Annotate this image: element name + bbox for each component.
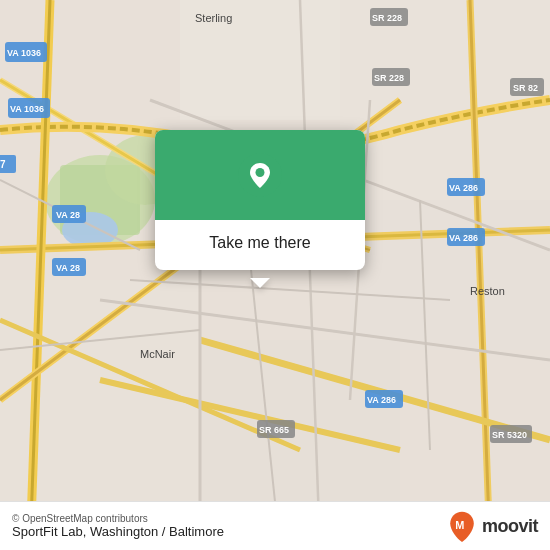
svg-text:SR 82: SR 82 (513, 83, 538, 93)
svg-text:M: M (455, 519, 464, 531)
svg-text:VA 1036: VA 1036 (7, 48, 41, 58)
svg-text:VA 286: VA 286 (449, 233, 478, 243)
map-container: VA 1036 VA 1036 SR 228 SR 228 SR 82 VA 2… (0, 0, 550, 550)
svg-text:Reston: Reston (470, 285, 505, 297)
svg-text:VA 28: VA 28 (56, 263, 80, 273)
svg-text:7: 7 (0, 159, 6, 170)
svg-text:VA 286: VA 286 (449, 183, 478, 193)
take-me-there-button[interactable]: Take me there (169, 230, 351, 256)
popup-header (155, 130, 365, 220)
map-background: VA 1036 VA 1036 SR 228 SR 228 SR 82 VA 2… (0, 0, 550, 550)
location-label: SportFit Lab, Washington / Baltimore (12, 524, 224, 539)
svg-text:VA 28: VA 28 (56, 210, 80, 220)
svg-text:SR 228: SR 228 (372, 13, 402, 23)
svg-text:SR 228: SR 228 (374, 73, 404, 83)
svg-text:VA 286: VA 286 (367, 395, 396, 405)
map-attribution: © OpenStreetMap contributors (12, 513, 224, 524)
svg-text:McNair: McNair (140, 348, 175, 360)
svg-text:SR 5320: SR 5320 (492, 430, 527, 440)
location-popup: Take me there (155, 130, 365, 270)
moovit-logo: M moovit (446, 510, 538, 542)
bottom-bar: © OpenStreetMap contributors SportFit La… (0, 501, 550, 550)
bottom-left-info: © OpenStreetMap contributors SportFit La… (12, 513, 224, 539)
moovit-wordmark: moovit (482, 516, 538, 537)
popup-button-area: Take me there (155, 220, 365, 270)
svg-rect-7 (350, 200, 550, 350)
moovit-pin-icon: M (446, 510, 478, 542)
svg-text:VA 1036: VA 1036 (10, 104, 44, 114)
svg-text:Sterling: Sterling (195, 12, 232, 24)
location-pin-icon (238, 153, 282, 197)
svg-point-66 (256, 168, 265, 177)
svg-text:SR 665: SR 665 (259, 425, 289, 435)
